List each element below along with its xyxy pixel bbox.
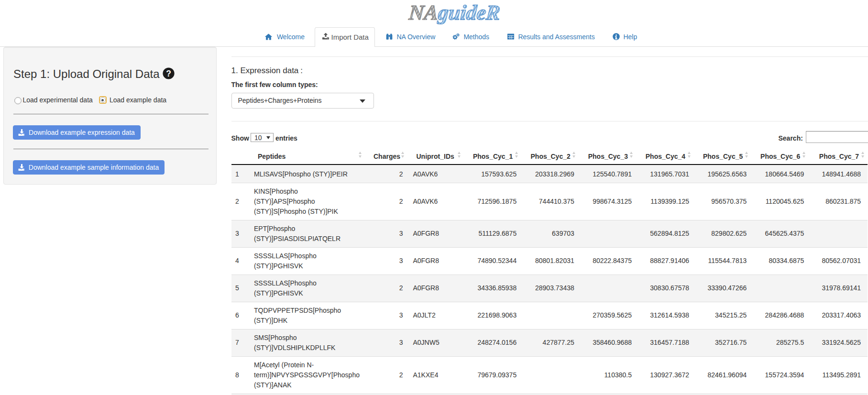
svg-text:?: ? [166,69,171,78]
